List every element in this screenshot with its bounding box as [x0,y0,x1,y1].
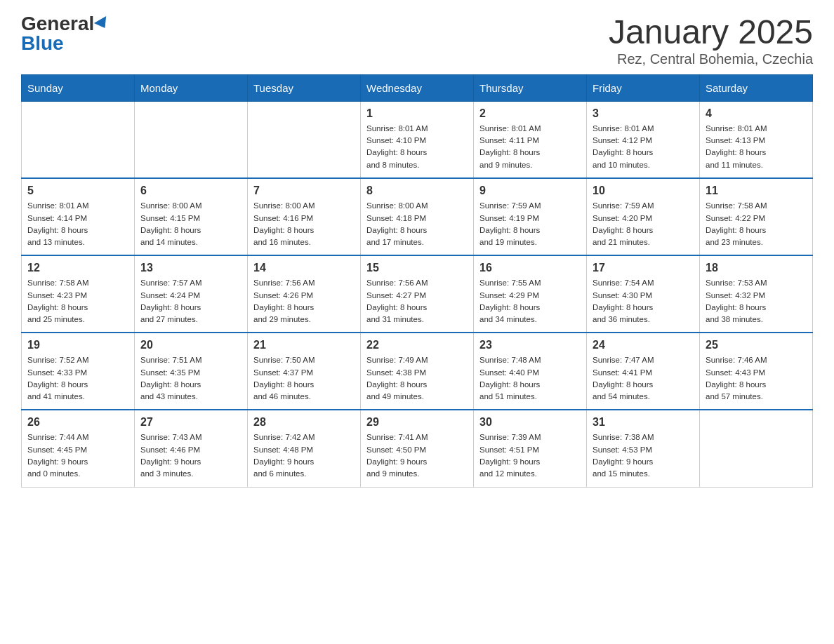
day-info: Sunrise: 7:59 AMSunset: 4:20 PMDaylight:… [593,200,694,248]
day-info: Sunrise: 8:01 AMSunset: 4:13 PMDaylight:… [706,123,807,171]
calendar-cell: 21Sunrise: 7:50 AMSunset: 4:37 PMDayligh… [248,333,361,410]
location-label: Rez, Central Bohemia, Czechia [609,51,813,67]
logo: General Blue [21,14,110,53]
weekday-header-sunday: Sunday [22,74,135,101]
day-info: Sunrise: 8:00 AMSunset: 4:18 PMDaylight:… [366,200,468,248]
month-title: January 2025 [609,14,813,51]
calendar-week-row: 1Sunrise: 8:01 AMSunset: 4:10 PMDaylight… [22,101,813,178]
calendar-cell: 23Sunrise: 7:48 AMSunset: 4:40 PMDayligh… [474,333,587,410]
day-number: 9 [479,185,581,197]
day-number: 12 [27,262,128,274]
day-number: 26 [27,416,128,429]
day-number: 23 [479,339,581,351]
calendar-cell: 9Sunrise: 7:59 AMSunset: 4:19 PMDaylight… [474,178,587,255]
calendar-cell [700,410,813,487]
day-number: 17 [593,262,694,274]
calendar-cell: 22Sunrise: 7:49 AMSunset: 4:38 PMDayligh… [361,333,474,410]
logo-blue-text: Blue [21,34,64,53]
calendar-cell [135,101,248,178]
calendar-cell: 18Sunrise: 7:53 AMSunset: 4:32 PMDayligh… [700,255,813,333]
weekday-header-monday: Monday [135,74,248,101]
calendar-cell: 13Sunrise: 7:57 AMSunset: 4:24 PMDayligh… [135,255,248,333]
day-number: 29 [366,416,468,429]
day-info: Sunrise: 8:01 AMSunset: 4:11 PMDaylight:… [479,123,581,171]
day-number: 22 [366,339,468,351]
calendar-cell [248,101,361,178]
day-number: 16 [479,262,581,274]
calendar-cell: 2Sunrise: 8:01 AMSunset: 4:11 PMDaylight… [474,101,587,178]
day-info: Sunrise: 7:55 AMSunset: 4:29 PMDaylight:… [479,277,581,326]
day-info: Sunrise: 7:41 AMSunset: 4:50 PMDaylight:… [366,431,468,480]
day-info: Sunrise: 7:38 AMSunset: 4:53 PMDaylight:… [593,431,694,480]
day-info: Sunrise: 7:39 AMSunset: 4:51 PMDaylight:… [479,431,581,480]
day-info: Sunrise: 7:49 AMSunset: 4:38 PMDaylight:… [366,354,468,403]
day-number: 27 [140,416,241,429]
day-info: Sunrise: 7:51 AMSunset: 4:35 PMDaylight:… [140,354,241,403]
day-number: 30 [479,416,581,429]
calendar-cell: 25Sunrise: 7:46 AMSunset: 4:43 PMDayligh… [700,333,813,410]
calendar-cell: 7Sunrise: 8:00 AMSunset: 4:16 PMDaylight… [248,178,361,255]
day-number: 19 [27,339,128,351]
day-number: 13 [140,262,241,274]
calendar-cell: 11Sunrise: 7:58 AMSunset: 4:22 PMDayligh… [700,178,813,255]
weekday-header-wednesday: Wednesday [361,74,474,101]
calendar-cell: 30Sunrise: 7:39 AMSunset: 4:51 PMDayligh… [474,410,587,487]
day-number: 15 [366,262,468,274]
day-info: Sunrise: 7:52 AMSunset: 4:33 PMDaylight:… [27,354,128,403]
day-info: Sunrise: 7:59 AMSunset: 4:19 PMDaylight:… [479,200,581,248]
day-info: Sunrise: 7:54 AMSunset: 4:30 PMDaylight:… [593,277,694,326]
day-number: 25 [706,339,807,351]
day-number: 2 [479,107,581,120]
weekday-header-row: SundayMondayTuesdayWednesdayThursdayFrid… [22,74,813,101]
page-header: General Blue January 2025 Rez, Central B… [21,14,813,67]
calendar-cell: 16Sunrise: 7:55 AMSunset: 4:29 PMDayligh… [474,255,587,333]
calendar-cell: 14Sunrise: 7:56 AMSunset: 4:26 PMDayligh… [248,255,361,333]
calendar-week-row: 19Sunrise: 7:52 AMSunset: 4:33 PMDayligh… [22,333,813,410]
calendar-cell: 31Sunrise: 7:38 AMSunset: 4:53 PMDayligh… [587,410,700,487]
calendar-cell: 10Sunrise: 7:59 AMSunset: 4:20 PMDayligh… [587,178,700,255]
day-number: 10 [593,185,694,197]
day-number: 31 [593,416,694,429]
calendar-cell: 26Sunrise: 7:44 AMSunset: 4:45 PMDayligh… [22,410,135,487]
calendar-cell: 6Sunrise: 8:00 AMSunset: 4:15 PMDaylight… [135,178,248,255]
day-number: 6 [140,185,241,197]
calendar-week-row: 26Sunrise: 7:44 AMSunset: 4:45 PMDayligh… [22,410,813,487]
day-info: Sunrise: 7:42 AMSunset: 4:48 PMDaylight:… [253,431,355,480]
day-number: 18 [706,262,807,274]
day-number: 7 [253,185,355,197]
day-info: Sunrise: 7:46 AMSunset: 4:43 PMDaylight:… [706,354,807,403]
day-info: Sunrise: 7:58 AMSunset: 4:23 PMDaylight:… [27,277,128,326]
calendar-cell: 5Sunrise: 8:01 AMSunset: 4:14 PMDaylight… [22,178,135,255]
day-info: Sunrise: 7:56 AMSunset: 4:26 PMDaylight:… [253,277,355,326]
day-info: Sunrise: 8:00 AMSunset: 4:15 PMDaylight:… [140,200,241,248]
day-info: Sunrise: 8:01 AMSunset: 4:10 PMDaylight:… [366,123,468,171]
day-info: Sunrise: 7:53 AMSunset: 4:32 PMDaylight:… [706,277,807,326]
calendar-cell: 19Sunrise: 7:52 AMSunset: 4:33 PMDayligh… [22,333,135,410]
day-info: Sunrise: 7:57 AMSunset: 4:24 PMDaylight:… [140,277,241,326]
weekday-header-thursday: Thursday [474,74,587,101]
weekday-header-saturday: Saturday [700,74,813,101]
day-number: 28 [253,416,355,429]
day-number: 14 [253,262,355,274]
weekday-header-tuesday: Tuesday [248,74,361,101]
calendar-cell: 1Sunrise: 8:01 AMSunset: 4:10 PMDaylight… [361,101,474,178]
day-number: 24 [593,339,694,351]
calendar-cell: 3Sunrise: 8:01 AMSunset: 4:12 PMDaylight… [587,101,700,178]
day-info: Sunrise: 7:44 AMSunset: 4:45 PMDaylight:… [27,431,128,480]
day-number: 4 [706,107,807,120]
calendar-cell: 27Sunrise: 7:43 AMSunset: 4:46 PMDayligh… [135,410,248,487]
calendar-cell [22,101,135,178]
calendar-cell: 24Sunrise: 7:47 AMSunset: 4:41 PMDayligh… [587,333,700,410]
weekday-header-friday: Friday [587,74,700,101]
calendar-cell: 12Sunrise: 7:58 AMSunset: 4:23 PMDayligh… [22,255,135,333]
day-info: Sunrise: 8:00 AMSunset: 4:16 PMDaylight:… [253,200,355,248]
day-info: Sunrise: 7:58 AMSunset: 4:22 PMDaylight:… [706,200,807,248]
day-info: Sunrise: 7:48 AMSunset: 4:40 PMDaylight:… [479,354,581,403]
day-info: Sunrise: 7:56 AMSunset: 4:27 PMDaylight:… [366,277,468,326]
calendar-cell: 15Sunrise: 7:56 AMSunset: 4:27 PMDayligh… [361,255,474,333]
logo-general-text: General [21,14,94,34]
calendar-cell: 8Sunrise: 8:00 AMSunset: 4:18 PMDaylight… [361,178,474,255]
day-number: 21 [253,339,355,351]
day-info: Sunrise: 7:47 AMSunset: 4:41 PMDaylight:… [593,354,694,403]
calendar-table: SundayMondayTuesdayWednesdayThursdayFrid… [21,74,813,488]
